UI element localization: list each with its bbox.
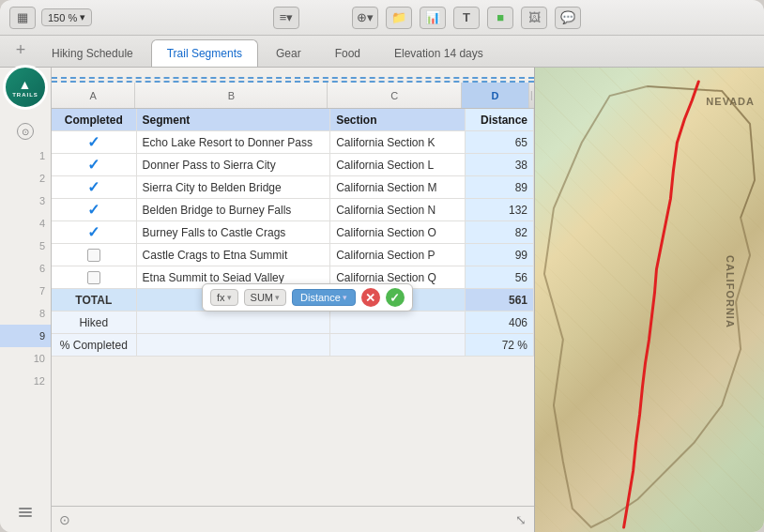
pct-label: % Completed [52,334,137,356]
comment-button[interactable]: 💬 [555,7,581,29]
col-header-a[interactable]: A [52,83,135,108]
toolbar: ▦ 150 % ▾ ≡▾ ⊕▾ 📁 📊 T ■ 🖼 💬 [0,0,764,36]
formula-bar: fx ▾ SUM ▾ Distance ▾ ✕ ✓ [202,283,413,312]
view-mode-button[interactable]: ▦ [9,7,36,29]
pct-value: 72 % [466,334,534,356]
cell-distance-5: 132 [466,199,534,220]
table-row[interactable]: ✓ Echo Lake Resort to Donner Pass Califo… [52,131,534,154]
shape-button[interactable]: ■ [487,7,513,29]
zoom-label: 150 % [48,12,77,23]
text-button[interactable]: T [453,7,480,29]
tab-gear[interactable]: Gear [260,39,317,67]
cell-completed-7 [52,244,137,266]
table-row[interactable]: ✓ Burney Falls to Castle Crags Californi… [52,221,534,244]
hiked-row[interactable]: Hiked 406 [52,312,534,334]
chart-button[interactable]: 📊 [420,7,446,29]
map-area: NEVADA CALIFORNIA [534,68,764,532]
tab-food[interactable]: Food [319,39,376,67]
dashed-border-row [52,68,534,83]
col-header-c[interactable]: C [328,83,462,108]
svg-rect-1 [19,511,32,513]
map-background: NEVADA CALIFORNIA [535,68,764,532]
col-header-d[interactable]: D [462,83,528,108]
hiked-label: Hiked [52,312,137,333]
cell-completed-5: ✓ [52,199,137,220]
pct-empty-c [330,334,466,356]
main-area: ▲ TRAILS ⊙ 1 2 3 4 5 6 7 8 9 10 12 [0,68,764,532]
bottom-right-icon[interactable]: ⤡ [515,512,527,527]
cell-distance-6: 82 [466,221,534,243]
toolbar-left: ▦ 150 % ▾ [9,7,92,29]
row-num-3: 3 [0,190,51,212]
cell-distance-7: 99 [466,244,534,266]
svg-rect-2 [19,515,32,517]
row-num-2: 2 [0,167,51,190]
total-label: TOTAL [52,289,137,311]
total-value: 561 [466,289,534,311]
trails-logo: ▲ TRAILS [3,65,48,110]
row-numbers: 1 2 3 4 5 6 7 8 9 10 12 [0,144,51,392]
field-dropdown[interactable]: Distance ▾ [292,289,356,306]
cell-segment-5: Belden Bridge to Burney Falls [137,199,331,220]
header-section: Section [330,109,466,130]
format-list-button[interactable]: ≡▾ [273,7,299,29]
cell-segment-4: Sierra City to Belden Bridge [137,176,331,198]
row-num-4: 4 [0,212,51,235]
table-row[interactable]: Castle Crags to Etna Summit California S… [52,244,534,266]
cell-section-4: California Section M [330,176,466,198]
checkbox-empty-8[interactable] [87,271,100,284]
cell-segment-2: Echo Lake Resort to Donner Pass [137,131,331,153]
header-segment: Segment [137,109,331,130]
row-control-icon[interactable]: ⊙ [17,123,34,140]
hiked-value: 406 [466,312,534,333]
cell-distance-3: 38 [466,154,534,175]
tab-hiking-schedule[interactable]: Hiking Schedule [36,39,149,67]
fx-button[interactable]: fx ▾ [210,289,238,306]
sheet-area: A B C D | Completed Segment Section [51,68,534,532]
cell-section-3: California Section L [330,154,466,175]
media-button[interactable]: 🖼 [521,7,547,29]
cell-distance-4: 89 [466,176,534,198]
col-header-b[interactable]: B [135,83,328,108]
cell-section-6: California Section O [330,221,466,243]
cell-segment-6: Burney Falls to Castle Crags [137,221,331,243]
cell-completed-8 [52,266,137,288]
zoom-chevron: ▾ [80,11,85,23]
tabs-bar: + Hiking Schedule Trail Segments Gear Fo… [0,36,764,68]
sum-function-dropdown[interactable]: SUM ▾ [244,289,286,306]
cell-section-5: California Section N [330,199,466,220]
row-num-6: 6 [0,257,51,280]
column-headers: A B C D | [52,83,534,109]
header-distance: Distance [466,109,534,130]
folder-button[interactable]: 📁 [386,7,412,29]
cell-section-2: California Section K [330,131,466,153]
formula-cancel-button[interactable]: ✕ [361,288,380,307]
cell-completed-4: ✓ [52,176,137,198]
header-completed: Completed [52,109,137,130]
row-num-8: 8 [0,302,51,325]
hiked-empty-b [137,312,331,333]
bottom-left-icon[interactable]: ⊙ [59,512,70,527]
tab-elevation[interactable]: Elevation 14 days [378,39,499,67]
cell-section-7: California Section P [330,244,466,266]
table-row[interactable]: ✓ Donner Pass to Sierra City California … [52,154,534,176]
pct-row[interactable]: % Completed 72 % [52,334,534,357]
svg-rect-0 [19,508,32,509]
cell-completed-6: ✓ [52,221,137,243]
zoom-control[interactable]: 150 % ▾ [41,8,92,26]
formula-confirm-button[interactable]: ✓ [386,288,405,307]
sheet-options-icon[interactable] [17,504,34,524]
cell-completed-2: ✓ [52,131,137,153]
cell-segment-7: Castle Crags to Etna Summit [137,244,331,266]
table-row[interactable]: ✓ Sierra City to Belden Bridge Californi… [52,176,534,199]
table-row[interactable]: ✓ Belden Bridge to Burney Falls Californ… [52,199,534,221]
tab-trail-segments[interactable]: Trail Segments [151,39,258,67]
checkbox-empty-7[interactable] [87,249,100,262]
row-controls: ▲ TRAILS ⊙ 1 2 3 4 5 6 7 8 9 10 12 [0,68,51,532]
row-num-1: 1 [0,144,51,167]
add-element-button[interactable]: ⊕▾ [352,7,378,29]
row-num-12: 12 [0,370,51,392]
row-num-9: 9 [0,325,51,347]
logo-area: ▲ TRAILS [0,62,51,113]
row-num-5: 5 [0,235,51,257]
